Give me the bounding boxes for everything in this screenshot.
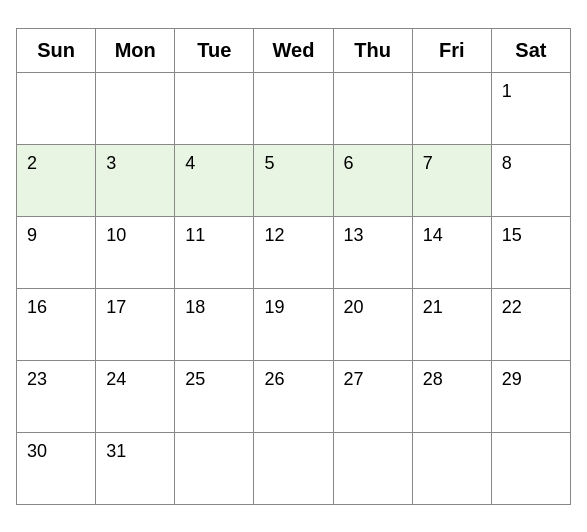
day-number: 28 [423, 369, 443, 389]
calendar-cell: 4 [175, 144, 254, 216]
day-number: 26 [264, 369, 284, 389]
day-number: 8 [502, 153, 512, 173]
calendar-cell: 8 [491, 144, 570, 216]
calendar-cell: 27 [333, 360, 412, 432]
day-number: 19 [264, 297, 284, 317]
day-number: 20 [344, 297, 364, 317]
day-number: 24 [106, 369, 126, 389]
day-number: 11 [185, 225, 205, 245]
calendar-cell [17, 72, 96, 144]
calendar-cell: 31 [96, 432, 175, 504]
calendar-cell: 17 [96, 288, 175, 360]
header-cell-mon: Mon [96, 28, 175, 72]
calendar-cell: 1 [491, 72, 570, 144]
calendar-table: SunMonTueWedThuFriSat 123456789101112131… [16, 28, 571, 505]
day-number: 1 [502, 81, 512, 101]
day-number: 4 [185, 153, 195, 173]
calendar-cell [412, 72, 491, 144]
calendar-cell: 10 [96, 216, 175, 288]
week-row-4: 23242526272829 [17, 360, 571, 432]
day-number: 27 [344, 369, 364, 389]
day-number: 6 [344, 153, 354, 173]
day-number: 10 [106, 225, 126, 245]
day-number: 22 [502, 297, 522, 317]
day-number: 2 [27, 153, 37, 173]
calendar-container: SunMonTueWedThuFriSat 123456789101112131… [16, 28, 571, 505]
calendar-cell: 3 [96, 144, 175, 216]
day-number: 12 [264, 225, 284, 245]
header-cell-fri: Fri [412, 28, 491, 72]
day-number: 21 [423, 297, 443, 317]
calendar-cell: 16 [17, 288, 96, 360]
day-number: 18 [185, 297, 205, 317]
calendar-cell: 19 [254, 288, 333, 360]
day-number: 23 [27, 369, 47, 389]
calendar-cell: 15 [491, 216, 570, 288]
calendar-cell [333, 72, 412, 144]
day-number: 30 [27, 441, 47, 461]
day-number: 13 [344, 225, 364, 245]
calendar-cell: 24 [96, 360, 175, 432]
calendar-cell [96, 72, 175, 144]
header-row: SunMonTueWedThuFriSat [17, 28, 571, 72]
calendar-cell: 13 [333, 216, 412, 288]
day-number: 3 [106, 153, 116, 173]
day-number: 29 [502, 369, 522, 389]
day-number: 9 [27, 225, 37, 245]
calendar-cell [412, 432, 491, 504]
week-row-2: 9101112131415 [17, 216, 571, 288]
calendar-cell: 12 [254, 216, 333, 288]
day-number: 5 [264, 153, 274, 173]
day-number: 25 [185, 369, 205, 389]
day-number: 14 [423, 225, 443, 245]
calendar-cell [491, 432, 570, 504]
header-cell-sun: Sun [17, 28, 96, 72]
week-row-3: 16171819202122 [17, 288, 571, 360]
calendar-cell: 23 [17, 360, 96, 432]
calendar-cell: 7 [412, 144, 491, 216]
calendar-cell: 14 [412, 216, 491, 288]
calendar-cell: 30 [17, 432, 96, 504]
calendar-cell: 2 [17, 144, 96, 216]
day-number: 17 [106, 297, 126, 317]
week-row-1: 2345678 [17, 144, 571, 216]
calendar-cell: 26 [254, 360, 333, 432]
header-cell-sat: Sat [491, 28, 570, 72]
day-number: 15 [502, 225, 522, 245]
calendar-cell: 28 [412, 360, 491, 432]
day-number: 16 [27, 297, 47, 317]
calendar-cell: 29 [491, 360, 570, 432]
calendar-cell [175, 72, 254, 144]
calendar-cell: 20 [333, 288, 412, 360]
header-cell-wed: Wed [254, 28, 333, 72]
week-row-5: 3031 [17, 432, 571, 504]
day-number: 31 [106, 441, 126, 461]
calendar-cell: 9 [17, 216, 96, 288]
calendar-cell [175, 432, 254, 504]
calendar-cell [254, 72, 333, 144]
header-cell-tue: Tue [175, 28, 254, 72]
calendar-cell: 6 [333, 144, 412, 216]
calendar-cell: 25 [175, 360, 254, 432]
calendar-cell: 5 [254, 144, 333, 216]
week-row-0: 1 [17, 72, 571, 144]
header-cell-thu: Thu [333, 28, 412, 72]
day-number: 7 [423, 153, 433, 173]
calendar-cell: 22 [491, 288, 570, 360]
calendar-cell [254, 432, 333, 504]
calendar-cell [333, 432, 412, 504]
calendar-cell: 11 [175, 216, 254, 288]
calendar-cell: 18 [175, 288, 254, 360]
calendar-cell: 21 [412, 288, 491, 360]
